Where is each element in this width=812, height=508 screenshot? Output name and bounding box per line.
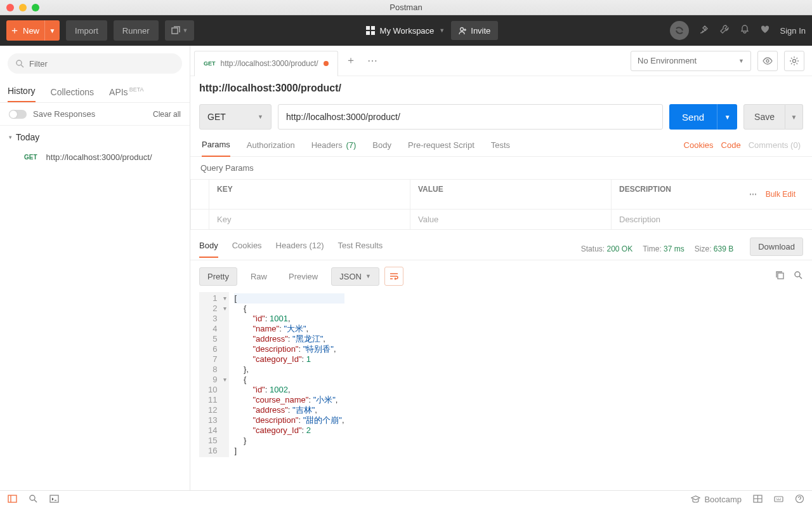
import-button[interactable]: Import xyxy=(66,20,107,41)
save-dropdown[interactable]: ▼ xyxy=(785,104,803,130)
filter-box[interactable] xyxy=(8,53,182,74)
satellite-icon[interactable] xyxy=(699,24,709,37)
signin-link[interactable]: Sign In xyxy=(780,26,806,36)
bulk-edit-link[interactable]: Bulk Edit xyxy=(766,190,796,199)
chevron-down-icon: ▼ xyxy=(365,273,371,279)
tab-params[interactable]: Params xyxy=(202,140,230,157)
help-icon[interactable] xyxy=(795,494,804,505)
send-dropdown[interactable]: ▼ xyxy=(717,104,737,130)
grid-icon xyxy=(366,26,375,35)
url-input[interactable] xyxy=(278,104,663,130)
more-icon[interactable]: ⋯ xyxy=(749,190,757,199)
svg-rect-0 xyxy=(172,28,178,34)
download-button[interactable]: Download xyxy=(750,237,803,256)
history-url: http://localhost:3000/product/ xyxy=(46,152,152,162)
tab-headers[interactable]: Headers (7) xyxy=(311,140,357,156)
qp-desc-input[interactable] xyxy=(619,215,804,224)
resp-tab-cookies[interactable]: Cookies xyxy=(232,241,262,257)
qp-value-input[interactable] xyxy=(418,215,603,224)
method-dropdown[interactable]: GET ▼ xyxy=(199,104,272,130)
copy-icon[interactable] xyxy=(775,271,785,282)
settings-button[interactable] xyxy=(784,51,804,71)
sync-icon[interactable] xyxy=(670,21,689,40)
tab-tests[interactable]: Tests xyxy=(491,140,510,156)
heart-icon[interactable] xyxy=(760,24,770,37)
svg-point-12 xyxy=(796,495,804,502)
svg-rect-7 xyxy=(8,495,16,502)
qp-key-input[interactable] xyxy=(217,215,402,224)
response-tabs: Body Cookies Headers (12) Test Results S… xyxy=(190,230,812,260)
environment-dropdown[interactable]: No Environment ▼ xyxy=(631,51,751,71)
save-button[interactable]: Save xyxy=(743,104,785,130)
qp-header-desc: DESCRIPTION xyxy=(619,185,671,204)
sidebar-toggle-icon[interactable] xyxy=(8,494,17,505)
qp-header-row: KEY VALUE DESCRIPTION ⋯ Bulk Edit xyxy=(190,180,812,210)
filter-input[interactable] xyxy=(29,59,174,69)
time-value: 37 ms xyxy=(664,244,684,253)
svg-rect-9 xyxy=(50,495,58,502)
tab-apis[interactable]: APIsBETA xyxy=(109,86,143,102)
open-new-button[interactable]: ▼ xyxy=(165,20,195,41)
new-button[interactable]: ＋ New ▼ xyxy=(6,20,60,41)
response-toolbar: Pretty Raw Preview JSON ▼ xyxy=(190,260,812,292)
resp-tab-headers[interactable]: Headers (12) xyxy=(276,241,324,257)
send-button[interactable]: Send xyxy=(669,104,717,130)
svg-point-3 xyxy=(766,60,769,62)
top-toolbar: ＋ New ▼ Import Runner ▼ My Workspace ▼ I… xyxy=(0,15,812,46)
bootcamp-icon xyxy=(691,495,700,504)
tab-more-button[interactable]: ⋯ xyxy=(363,52,381,70)
pretty-button[interactable]: Pretty xyxy=(199,267,237,286)
wrap-lines-button[interactable] xyxy=(384,267,403,286)
request-row: GET ▼ Send ▼ Save ▼ xyxy=(190,100,812,133)
format-dropdown[interactable]: JSON ▼ xyxy=(331,267,379,286)
svg-point-6 xyxy=(795,272,800,277)
panes-icon[interactable] xyxy=(753,494,763,505)
save-responses-toggle[interactable] xyxy=(9,110,27,119)
tab-prerequest[interactable]: Pre-request Script xyxy=(408,140,475,156)
tab-body[interactable]: Body xyxy=(372,140,391,156)
env-preview-button[interactable] xyxy=(757,51,778,71)
svg-point-8 xyxy=(30,495,35,500)
clear-all-link[interactable]: Clear all xyxy=(153,110,181,119)
status-bar: Bootcamp xyxy=(0,490,812,508)
response-body[interactable]: 12345678910111213141516 ▾▾▾ [ { "id": 10… xyxy=(190,292,812,466)
code-link[interactable]: Code xyxy=(721,140,741,150)
bell-icon[interactable] xyxy=(740,24,750,37)
size-value: 639 B xyxy=(714,244,733,253)
console-icon[interactable] xyxy=(49,494,59,505)
tab-history[interactable]: History xyxy=(8,86,36,102)
topbar-right: Sign In xyxy=(670,21,806,40)
bootcamp-link[interactable]: Bootcamp xyxy=(691,495,742,504)
svg-point-1 xyxy=(461,27,464,30)
qp-header-value: VALUE xyxy=(410,180,612,209)
preview-button[interactable]: Preview xyxy=(280,267,326,286)
workspace-selector[interactable]: My Workspace ▼ xyxy=(366,26,445,36)
add-tab-button[interactable]: ＋ xyxy=(342,52,360,70)
wrench-icon[interactable] xyxy=(719,24,730,37)
invite-button[interactable]: Invite xyxy=(451,21,498,40)
resp-tab-tests[interactable]: Test Results xyxy=(338,241,383,257)
fold-gutter: ▾▾▾ xyxy=(221,292,229,457)
eye-icon xyxy=(763,56,773,66)
new-dropdown[interactable]: ▼ xyxy=(44,20,60,41)
comments-link[interactable]: Comments (0) xyxy=(749,140,801,150)
tab-collections[interactable]: Collections xyxy=(51,87,94,102)
find-icon[interactable] xyxy=(29,494,38,505)
request-tab[interactable]: GET http://localhost:3000/product/ xyxy=(194,51,338,76)
sidebar: History Collections APIsBETA Save Respon… xyxy=(0,46,190,490)
keyboard-icon[interactable] xyxy=(774,494,783,505)
history-item[interactable]: GET http://localhost:3000/product/ xyxy=(0,149,190,166)
sidebar-tabs: History Collections APIsBETA xyxy=(0,81,190,103)
tab-authorization[interactable]: Authorization xyxy=(247,140,295,156)
raw-button[interactable]: Raw xyxy=(242,267,275,286)
tab-env-row: GET http://localhost:3000/product/ ＋ ⋯ N… xyxy=(190,46,812,76)
titlebar: Postman xyxy=(0,0,812,15)
history-today[interactable]: ▾ Today xyxy=(0,126,190,149)
code-body: [ { "id": 1001, "name": "大米", "address":… xyxy=(229,292,349,457)
runner-button[interactable]: Runner xyxy=(114,20,159,41)
cookies-link[interactable]: Cookies xyxy=(684,140,714,150)
search-response-icon[interactable] xyxy=(794,271,803,282)
query-params-title: Query Params xyxy=(190,157,812,179)
resp-tab-body[interactable]: Body xyxy=(199,241,218,258)
window-icon xyxy=(171,26,180,35)
